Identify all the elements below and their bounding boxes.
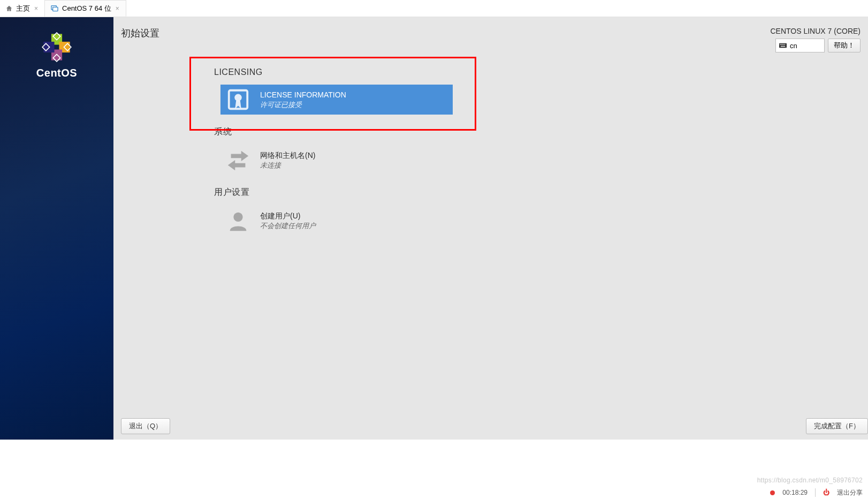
svg-rect-7 bbox=[780, 44, 780, 44]
spoke-user-sub: 不会创建任何用户 bbox=[260, 221, 316, 231]
help-button[interactable]: 帮助！ bbox=[828, 39, 861, 52]
content-area: 初始设置 CENTOS LINUX 7 (CORE) cn 帮助！ LICENS… bbox=[113, 17, 868, 440]
spoke-user[interactable]: 创建用户(U) 不会创建任何用户 bbox=[220, 206, 453, 236]
exit-share-button[interactable]: 退出分享 bbox=[837, 488, 863, 497]
close-icon[interactable]: × bbox=[33, 5, 39, 12]
watermark-text: https://blog.csdn.net/m0_58976702 bbox=[757, 477, 863, 484]
license-icon bbox=[226, 89, 250, 110]
spoke-license-title: LICENSE INFORMATION bbox=[260, 90, 346, 100]
network-icon bbox=[226, 149, 250, 171]
svg-rect-11 bbox=[785, 44, 785, 44]
section-heading-system: 系统 bbox=[214, 126, 599, 138]
spoke-license[interactable]: LICENSE INFORMATION 许可证已接受 bbox=[220, 85, 453, 115]
svg-rect-6 bbox=[779, 43, 787, 48]
keyboard-layout-indicator[interactable]: cn bbox=[775, 39, 825, 52]
svg-rect-10 bbox=[783, 44, 784, 44]
content-header: 初始设置 CENTOS LINUX 7 (CORE) cn 帮助！ bbox=[121, 27, 861, 52]
power-icon: ⏻ bbox=[823, 489, 829, 496]
svg-rect-8 bbox=[781, 44, 782, 44]
spoke-network[interactable]: 网络和主机名(N) 未连接 bbox=[220, 145, 453, 175]
spoke-user-title: 创建用户(U) bbox=[260, 211, 316, 221]
record-indicator-icon bbox=[770, 490, 775, 495]
section-heading-licensing: LICENSING bbox=[214, 67, 599, 77]
close-icon[interactable]: × bbox=[115, 5, 120, 12]
host-tab-bar: 主页 × CentOS 7 64 位 × bbox=[0, 0, 868, 17]
workspace: CentOS 初始设置 CENTOS LINUX 7 (CORE) cn 帮助！… bbox=[0, 17, 868, 440]
host-tab-home[interactable]: 主页 × bbox=[0, 0, 45, 17]
vm-icon bbox=[50, 4, 59, 13]
spoke-license-sub: 许可证已接受 bbox=[260, 100, 346, 110]
sidebar-distro-name: CentOS bbox=[36, 67, 77, 79]
host-tab-home-label: 主页 bbox=[16, 4, 30, 13]
os-name-label: CENTOS LINUX 7 (CORE) bbox=[770, 27, 861, 35]
svg-rect-1 bbox=[53, 7, 58, 11]
header-right: CENTOS LINUX 7 (CORE) cn 帮助！ bbox=[770, 27, 861, 52]
svg-rect-12 bbox=[781, 46, 785, 47]
spoke-network-title: 网络和主机名(N) bbox=[260, 150, 315, 161]
home-icon bbox=[5, 5, 13, 12]
finish-button[interactable]: 完成配置（F） bbox=[806, 418, 868, 434]
centos-logo: CentOS bbox=[36, 32, 77, 79]
svg-point-14 bbox=[234, 94, 241, 101]
section-heading-users: 用户设置 bbox=[214, 187, 599, 198]
vm-status-bar: 00:18:29 ⏻ 退出分享 bbox=[765, 486, 868, 499]
host-tab-vm[interactable]: CentOS 7 64 位 × bbox=[45, 0, 126, 17]
spoke-network-sub: 未连接 bbox=[260, 161, 315, 170]
installer-footer: 退出（Q） 完成配置（F） bbox=[121, 418, 868, 434]
sidebar: CentOS bbox=[0, 17, 113, 440]
quit-button[interactable]: 退出（Q） bbox=[121, 418, 170, 434]
host-tab-vm-label: CentOS 7 64 位 bbox=[62, 4, 111, 13]
keyboard-icon bbox=[779, 43, 787, 48]
centos-logo-icon bbox=[42, 32, 72, 62]
svg-rect-9 bbox=[782, 44, 783, 44]
svg-point-15 bbox=[233, 213, 242, 222]
divider bbox=[815, 488, 816, 497]
page-title: 初始设置 bbox=[121, 27, 159, 40]
sections-container: LICENSING LICENSE INFORMATION 许可证已接受 系统 … bbox=[214, 67, 599, 236]
user-icon bbox=[226, 210, 250, 231]
status-time: 00:18:29 bbox=[782, 489, 808, 496]
keyboard-layout-value: cn bbox=[790, 42, 797, 50]
